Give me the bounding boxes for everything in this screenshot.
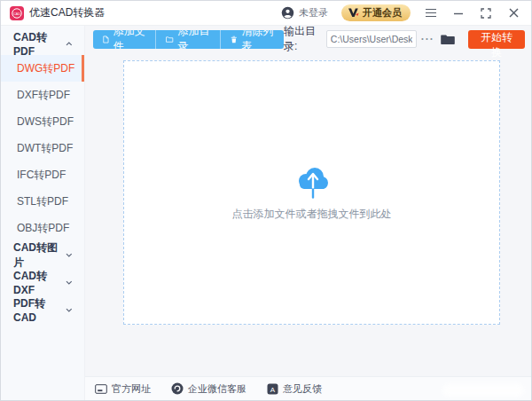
hamburger-icon <box>426 9 436 18</box>
start-convert-button[interactable]: 开始转换 <box>468 30 525 49</box>
content-area: 点击添加文件或者拖拽文件到此处 <box>85 51 531 376</box>
sidebar-item-label: DWG转PDF <box>17 61 74 76</box>
main-panel: 添加文件 添加目录 清除列表 <box>85 26 531 400</box>
group-label: CAD转图片 <box>13 240 66 271</box>
titlebar-right: 未登录 开通会员 <box>281 4 520 21</box>
sidebar-group-cad-to-image[interactable]: CAD转图片 <box>1 241 84 269</box>
minimize-button[interactable] <box>451 6 466 20</box>
group-label: PDF转CAD <box>13 296 66 324</box>
group-label: CAD转PDF <box>13 30 66 58</box>
sidebar: CAD转PDF DWG转PDF DXF转PDF DWS转PDF DWT转PDF … <box>1 26 85 400</box>
sidebar-item-label: IFC转PDF <box>17 168 66 183</box>
wechat-service-label: 企业微信客服 <box>188 382 246 396</box>
file-dropzone[interactable]: 点击添加文件或者拖拽文件到此处 <box>123 60 500 325</box>
sidebar-item-dxf-to-pdf[interactable]: DXF转PDF <box>1 82 84 108</box>
maximize-icon <box>481 8 491 19</box>
user-icon <box>281 6 294 20</box>
output-path-input[interactable] <box>326 30 417 48</box>
add-directory-button[interactable]: 添加目录 <box>155 30 220 49</box>
clear-list-button[interactable]: 清除列表 <box>220 30 284 49</box>
vip-button-label: 开通会员 <box>363 6 402 20</box>
browse-more-button[interactable]: ··· <box>417 33 439 45</box>
svg-text:CAD: CAD <box>13 12 20 15</box>
app-logo-icon: CAD <box>10 6 24 20</box>
vip-icon <box>348 8 359 18</box>
wechat-service-link[interactable]: 企业微信客服 <box>171 382 246 396</box>
official-website-label: 官方网址 <box>112 382 151 396</box>
sidebar-item-label: DWS转PDF <box>17 114 74 130</box>
sidebar-item-label: STL转PDF <box>17 194 68 209</box>
browser-window-icon <box>95 384 107 394</box>
output-dir-label: 输出目录: <box>284 24 322 54</box>
sidebar-item-label: DWT转PDF <box>17 141 73 156</box>
open-output-folder-button[interactable] <box>441 34 455 45</box>
chevron-down-icon <box>66 280 73 285</box>
dropzone-hint: 点击添加文件或者拖拽文件到此处 <box>232 207 392 222</box>
add-directory-label: 添加目录 <box>178 30 210 49</box>
minimize-icon <box>453 8 464 19</box>
add-file-label: 添加文件 <box>113 30 145 49</box>
close-icon <box>509 8 519 18</box>
app-title: 优速CAD转换器 <box>29 5 105 20</box>
sidebar-group-cad-to-pdf[interactable]: CAD转PDF <box>1 32 84 55</box>
chevron-down-icon <box>66 253 73 257</box>
watermark-smudge <box>442 384 524 397</box>
trash-icon <box>231 35 238 44</box>
app-body: CAD转PDF DWG转PDF DXF转PDF DWS转PDF DWT转PDF … <box>1 26 531 400</box>
titlebar: CAD 优速CAD转换器 未登录 开通会员 <box>1 1 531 26</box>
app-window: CAD 优速CAD转换器 未登录 开通会员 <box>0 0 532 401</box>
official-website-link[interactable]: 官方网址 <box>95 382 151 396</box>
sidebar-group-cad-to-dxf[interactable]: CAD转DXF <box>1 269 84 296</box>
titlebar-left: CAD 优速CAD转换器 <box>10 5 105 20</box>
cloud-upload-icon <box>292 163 332 199</box>
feedback-label: 意见反馈 <box>283 382 322 396</box>
sidebar-group-pdf-to-cad[interactable]: PDF转CAD <box>1 296 84 324</box>
close-button[interactable] <box>506 6 520 20</box>
toolbar: 添加文件 添加目录 清除列表 <box>85 26 531 51</box>
sidebar-item-dwg-to-pdf[interactable]: DWG转PDF <box>1 55 84 82</box>
menu-button[interactable] <box>424 6 438 20</box>
sidebar-item-stl-to-pdf[interactable]: STL转PDF <box>1 188 84 215</box>
maximize-button[interactable] <box>479 6 493 20</box>
chevron-down-icon <box>66 308 73 312</box>
sidebar-item-dws-to-pdf[interactable]: DWS转PDF <box>1 108 84 135</box>
sidebar-item-dwt-to-pdf[interactable]: DWT转PDF <box>1 135 84 161</box>
file-actions-group: 添加文件 添加目录 清除列表 <box>93 30 284 49</box>
login-status[interactable]: 未登录 <box>281 6 328 20</box>
add-file-button[interactable]: 添加文件 <box>93 30 155 49</box>
sidebar-item-label: DXF转PDF <box>17 88 70 103</box>
sidebar-item-label: OBJ转PDF <box>17 221 69 236</box>
sidebar-item-ifc-to-pdf[interactable]: IFC转PDF <box>1 161 84 188</box>
clear-list-label: 清除列表 <box>242 30 274 49</box>
wechat-work-circle-icon <box>171 382 184 395</box>
sidebar-item-obj-to-pdf[interactable]: OBJ转PDF <box>1 215 84 241</box>
document-icon <box>103 35 109 44</box>
feedback-link[interactable]: A 意见反馈 <box>267 382 322 396</box>
group-label: CAD转DXF <box>13 269 66 296</box>
feedback-square-icon: A <box>267 383 278 395</box>
svg-text:A: A <box>270 385 276 393</box>
footer: 官方网址 企业微信客服 A 意见反馈 <box>85 376 531 400</box>
chevron-up-icon <box>66 42 73 46</box>
login-status-label: 未登录 <box>299 6 328 20</box>
folder-icon <box>166 35 173 43</box>
vip-button[interactable]: 开通会员 <box>341 4 411 21</box>
folder-icon <box>441 34 455 45</box>
